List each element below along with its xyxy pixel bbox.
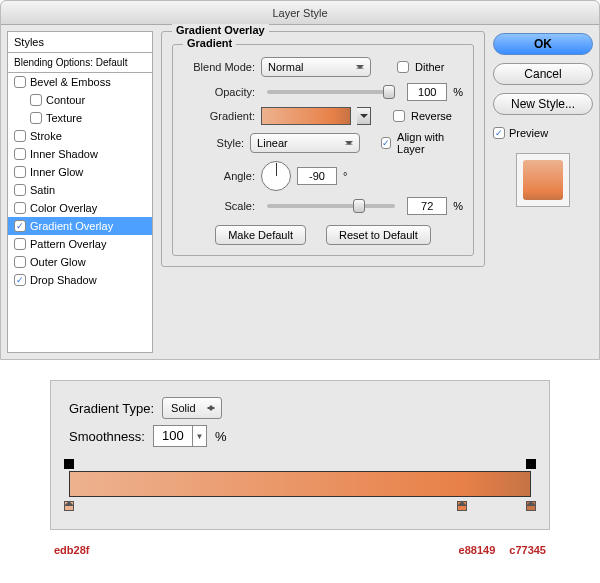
style-checkbox[interactable] <box>14 256 26 268</box>
cancel-button[interactable]: Cancel <box>493 63 593 85</box>
gradient-label: Gradient: <box>183 110 255 122</box>
style-item-satin[interactable]: Satin <box>8 181 152 199</box>
gradient-type-label: Gradient Type: <box>69 401 154 416</box>
align-checkbox[interactable] <box>381 137 391 149</box>
gradient-overlay-section: Gradient Overlay Gradient Blend Mode: No… <box>161 31 485 267</box>
style-item-bevel-emboss[interactable]: Bevel & Emboss <box>8 73 152 91</box>
chevron-down-icon[interactable]: ▼ <box>192 426 206 446</box>
ok-button[interactable]: OK <box>493 33 593 55</box>
chevron-down-icon <box>360 114 368 122</box>
color-stop[interactable] <box>526 501 536 511</box>
style-item-label: Drop Shadow <box>30 274 97 286</box>
style-checkbox[interactable] <box>14 274 26 286</box>
scale-unit: % <box>453 200 463 212</box>
smoothness-label: Smoothness: <box>69 429 145 444</box>
style-checkbox[interactable] <box>14 202 26 214</box>
styles-header[interactable]: Styles <box>7 31 153 53</box>
style-item-texture[interactable]: Texture <box>8 109 152 127</box>
style-label: Style: <box>183 137 244 149</box>
style-item-label: Stroke <box>30 130 62 142</box>
style-select[interactable]: Linear <box>250 133 360 153</box>
style-checkbox[interactable] <box>14 220 26 232</box>
style-item-pattern-overlay[interactable]: Pattern Overlay <box>8 235 152 253</box>
angle-label: Angle: <box>183 170 255 182</box>
opacity-input[interactable]: 100 <box>407 83 447 101</box>
style-item-label: Inner Shadow <box>30 148 98 160</box>
gradient-type-select[interactable]: Solid <box>162 397 222 419</box>
color-stop[interactable] <box>64 501 74 511</box>
style-checkbox[interactable] <box>14 148 26 160</box>
smoothness-input[interactable]: 100 ▼ <box>153 425 207 447</box>
preview-label: Preview <box>509 127 548 139</box>
style-item-contour[interactable]: Contour <box>8 91 152 109</box>
reset-default-button[interactable]: Reset to Default <box>326 225 431 245</box>
section-title: Gradient Overlay <box>172 24 269 36</box>
preview-box <box>516 153 570 207</box>
style-checkbox[interactable] <box>14 166 26 178</box>
style-item-color-overlay[interactable]: Color Overlay <box>8 199 152 217</box>
opacity-label: Opacity: <box>183 86 255 98</box>
scale-input[interactable]: 72 <box>407 197 447 215</box>
smoothness-unit: % <box>215 429 227 444</box>
style-item-outer-glow[interactable]: Outer Glow <box>8 253 152 271</box>
hex-mid: e88149 <box>459 544 496 556</box>
dialog-buttons-column: OK Cancel New Style... Preview <box>493 31 593 353</box>
style-item-label: Contour <box>46 94 85 106</box>
style-item-label: Outer Glow <box>30 256 86 268</box>
gradient-dropdown-button[interactable] <box>357 107 371 125</box>
angle-dial[interactable] <box>261 161 291 191</box>
reverse-checkbox[interactable] <box>393 110 405 122</box>
style-item-label: Color Overlay <box>30 202 97 214</box>
style-item-label: Pattern Overlay <box>30 238 106 250</box>
style-item-label: Inner Glow <box>30 166 83 178</box>
style-item-label: Gradient Overlay <box>30 220 113 232</box>
new-style-button[interactable]: New Style... <box>493 93 593 115</box>
scale-slider[interactable] <box>267 204 395 208</box>
preview-swatch <box>523 160 563 200</box>
opacity-unit: % <box>453 86 463 98</box>
opacity-slider[interactable] <box>267 90 395 94</box>
style-item-label: Bevel & Emboss <box>30 76 111 88</box>
color-stop[interactable] <box>457 501 467 511</box>
style-checkbox[interactable] <box>30 112 42 124</box>
style-checkbox[interactable] <box>14 184 26 196</box>
blend-mode-select[interactable]: Normal <box>261 57 371 77</box>
dither-label: Dither <box>415 61 444 73</box>
style-list: Bevel & EmbossContourTextureStrokeInner … <box>7 73 153 353</box>
hex-right: c77345 <box>509 544 546 556</box>
style-item-label: Satin <box>30 184 55 196</box>
layer-style-dialog: Layer Style Styles Blending Options: Def… <box>0 0 600 360</box>
style-item-inner-glow[interactable]: Inner Glow <box>8 163 152 181</box>
gradient-bar[interactable] <box>69 471 531 497</box>
hex-left: edb28f <box>54 544 89 556</box>
dialog-titlebar: Layer Style <box>1 1 599 25</box>
style-checkbox[interactable] <box>14 76 26 88</box>
group-title: Gradient <box>183 37 236 49</box>
gradient-swatch[interactable] <box>261 107 351 125</box>
make-default-button[interactable]: Make Default <box>215 225 306 245</box>
align-label: Align with Layer <box>397 131 463 155</box>
gradient-editor-panel: Gradient Type: Solid Smoothness: 100 ▼ % <box>50 380 550 530</box>
style-checkbox[interactable] <box>14 238 26 250</box>
opacity-stop[interactable] <box>526 459 536 469</box>
angle-unit: ° <box>343 170 347 182</box>
style-checkbox[interactable] <box>14 130 26 142</box>
style-item-drop-shadow[interactable]: Drop Shadow <box>8 271 152 289</box>
settings-panel: Gradient Overlay Gradient Blend Mode: No… <box>161 31 485 353</box>
style-item-gradient-overlay[interactable]: Gradient Overlay <box>8 217 152 235</box>
hex-labels-row: edb28f e88149 c77345 <box>54 544 546 556</box>
angle-input[interactable]: -90 <box>297 167 337 185</box>
blending-options-header[interactable]: Blending Options: Default <box>7 53 153 73</box>
dialog-title: Layer Style <box>272 7 327 19</box>
reverse-label: Reverse <box>411 110 452 122</box>
style-checkbox[interactable] <box>30 94 42 106</box>
style-item-inner-shadow[interactable]: Inner Shadow <box>8 145 152 163</box>
style-item-stroke[interactable]: Stroke <box>8 127 152 145</box>
opacity-stop[interactable] <box>64 459 74 469</box>
gradient-bar-area <box>69 459 531 511</box>
dither-checkbox[interactable] <box>397 61 409 73</box>
preview-checkbox[interactable] <box>493 127 505 139</box>
styles-column: Styles Blending Options: Default Bevel &… <box>7 31 153 353</box>
blend-mode-label: Blend Mode: <box>183 61 255 73</box>
scale-label: Scale: <box>183 200 255 212</box>
